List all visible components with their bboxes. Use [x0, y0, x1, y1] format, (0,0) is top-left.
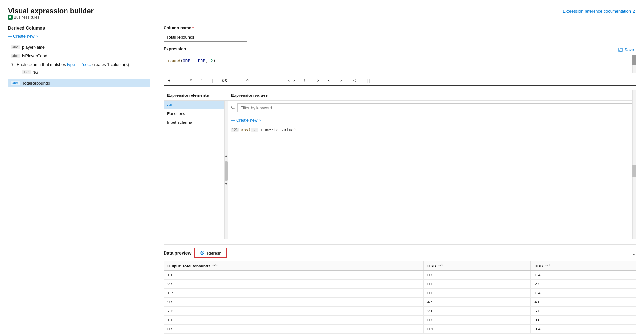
- table-row: 1.70.31.4: [164, 289, 636, 298]
- op-divide[interactable]: /: [196, 77, 206, 84]
- create-new-button[interactable]: Create new: [8, 34, 39, 39]
- value-type-badge-123: 123: [231, 128, 239, 132]
- op-strict-eq[interactable]: ===: [267, 77, 283, 84]
- required-star: *: [192, 25, 194, 30]
- op-neq[interactable]: !=: [300, 77, 312, 84]
- filter-input-wrap: [228, 101, 636, 115]
- sidebar-item-playerName[interactable]: abc playerName: [8, 43, 150, 51]
- table-cell: 7.3: [164, 307, 424, 316]
- preview-header-left: Data preview Refresh: [164, 248, 227, 258]
- expr-values-panel: Expression values Create new: [228, 90, 636, 239]
- search-icon: [231, 105, 236, 110]
- expression-editor[interactable]: round(ORB + DRB, 2): [164, 55, 636, 73]
- table-cell: 0.2: [424, 271, 531, 280]
- table-body: 1.60.21.42.50.32.21.70.31.49.54.94.67.32…: [164, 271, 636, 334]
- op-eq[interactable]: ==: [253, 77, 267, 84]
- preview-collapse-button[interactable]: ⌄: [632, 250, 636, 256]
- table-row: 1.00.20.8: [164, 316, 636, 325]
- plus-icon: [8, 34, 12, 38]
- expression-label: Expression: [164, 46, 186, 51]
- operators-row: + - * / || && ! ^ == === <=> != > < >= <…: [164, 77, 636, 86]
- op-plus[interactable]: +: [164, 77, 175, 84]
- col-name-section: Column name *: [164, 25, 636, 42]
- business-rules-icon: [8, 15, 13, 20]
- group-label: Each column that matches type == 'do... …: [17, 62, 148, 67]
- expr-values-scrollbar[interactable]: [632, 90, 636, 239]
- page-header: Visual expression builder BusinessRules …: [8, 7, 636, 23]
- expr-scrollbar[interactable]: [632, 55, 636, 73]
- expr-ref-label: Expression reference documentation: [563, 9, 631, 14]
- value-item-text: abs(123 numeric_value): [241, 127, 296, 132]
- op-multiply[interactable]: *: [185, 77, 196, 84]
- refresh-label: Refresh: [207, 251, 221, 256]
- group-content: Each column that matches type == 'do... …: [17, 62, 148, 77]
- elem-item-all[interactable]: All: [164, 101, 224, 109]
- table-cell: 0.4: [531, 325, 636, 334]
- external-link-icon: [632, 9, 636, 13]
- filter-input[interactable]: [237, 103, 632, 112]
- group-expand-arrow[interactable]: ▼: [11, 62, 14, 66]
- page-container: Visual expression builder BusinessRules …: [0, 0, 644, 334]
- column-name-input[interactable]: [164, 32, 247, 42]
- sidebar-item-ss[interactable]: 123 $$: [19, 68, 148, 76]
- type-badge-any: any: [11, 81, 20, 85]
- value-item-abs[interactable]: 123 abs(123 numeric_value): [228, 125, 636, 134]
- op-not[interactable]: !: [232, 77, 242, 84]
- svg-rect-1: [620, 48, 622, 49]
- op-and[interactable]: &&: [217, 77, 232, 84]
- svg-point-3: [232, 106, 234, 109]
- table-row: 0.50.10.4: [164, 325, 636, 334]
- group-items: 123 $$: [19, 68, 148, 76]
- table-row: 1.60.21.4: [164, 271, 636, 280]
- sidebar-item-isPlayerGood[interactable]: abc isPlayerGood: [8, 52, 150, 60]
- elem-scrollbar[interactable]: ▲ ▼: [224, 101, 228, 239]
- col-header-orb: ORB 123: [424, 261, 531, 271]
- table-row: 7.32.05.3: [164, 307, 636, 316]
- svg-line-4: [234, 108, 235, 110]
- refresh-button[interactable]: Refresh: [194, 248, 227, 258]
- table-header-row: Output: TotalRebounds 123 ORB 123 DRB 12…: [164, 261, 636, 271]
- table-cell: 4.9: [424, 298, 531, 307]
- data-preview-header: Data preview Refresh ⌄: [164, 245, 636, 261]
- expr-ref-link[interactable]: Expression reference documentation: [563, 9, 636, 14]
- elem-scroll-down[interactable]: ▼: [225, 181, 228, 187]
- table-cell: 0.8: [531, 316, 636, 325]
- sidebar-item-TotalRebounds[interactable]: any TotalRebounds: [8, 79, 150, 87]
- elem-item-input-schema[interactable]: Input schema: [164, 118, 224, 127]
- sidebar-item-label-ss: $$: [33, 70, 38, 75]
- op-spaceship[interactable]: <=>: [283, 77, 300, 84]
- op-lt[interactable]: <: [324, 77, 335, 84]
- sidebar-group-each-column: ▼ Each column that matches type == 'do..…: [8, 60, 150, 78]
- values-create-new-label: Create new: [236, 118, 257, 122]
- table-cell: 4.6: [531, 298, 636, 307]
- op-gt[interactable]: >: [312, 77, 324, 84]
- refresh-icon: [200, 250, 205, 256]
- table-cell: 1.4: [531, 271, 636, 280]
- elem-item-functions[interactable]: Functions: [164, 109, 224, 118]
- op-gte[interactable]: >=: [335, 77, 349, 84]
- save-button[interactable]: Save: [616, 47, 636, 53]
- op-or[interactable]: ||: [206, 77, 218, 84]
- op-lte[interactable]: <=: [349, 77, 363, 84]
- col-name-label: Column name *: [164, 25, 636, 30]
- table-cell: 2.0: [424, 307, 531, 316]
- table-cell: 1.6: [164, 271, 424, 280]
- type-badge-abc-2: abc: [11, 54, 20, 58]
- table-cell: 0.2: [424, 316, 531, 325]
- expr-bottom: Expression elements All Functions Input …: [164, 90, 636, 239]
- op-minus[interactable]: -: [175, 77, 185, 84]
- derived-columns-title: Derived Columns: [8, 25, 150, 31]
- type-link[interactable]: type == 'do...: [67, 62, 91, 67]
- col-header-output: Output: TotalRebounds 123: [164, 261, 424, 271]
- elem-scroll-up[interactable]: ▲: [225, 153, 228, 159]
- values-create-new-button[interactable]: Create new: [228, 115, 636, 125]
- data-preview-table: Output: TotalRebounds 123 ORB 123 DRB 12…: [164, 261, 636, 334]
- main-layout: Derived Columns Create new abc playerNam…: [8, 25, 636, 334]
- op-caret[interactable]: ^: [242, 77, 253, 84]
- expr-values-scroll-thumb: [632, 165, 636, 177]
- right-panel: Column name * Expression Save: [156, 25, 636, 334]
- col-header-orb-type: 123: [438, 263, 443, 266]
- type-badge-123: 123: [22, 70, 31, 74]
- expr-header: Expression Save: [164, 46, 636, 53]
- op-brackets[interactable]: []: [363, 77, 374, 84]
